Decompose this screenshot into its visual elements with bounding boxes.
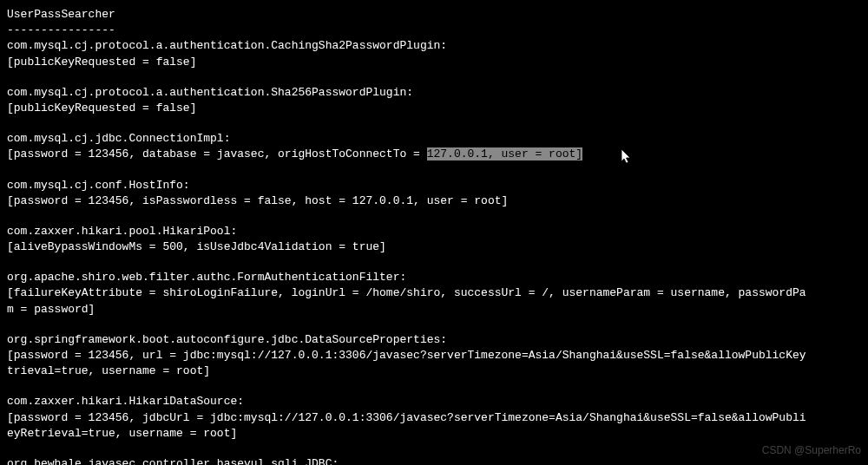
entry-block: com.mysql.cj.protocol.a.authentication.S…	[7, 85, 861, 116]
properties-cont: trieval=true, username = root]	[7, 363, 861, 379]
class-name: com.zaxxer.hikari.pool.HikariPool:	[7, 224, 861, 239]
class-name: org.apache.shiro.web.filter.authc.FormAu…	[7, 270, 861, 285]
tool-title: UserPassSearcher	[7, 7, 861, 23]
watermark: CSDN @SuperherRo	[762, 443, 861, 458]
entry-block: com.mysql.cj.protocol.a.authentication.C…	[7, 38, 861, 69]
properties: [publicKeyRequested = false]	[7, 55, 861, 70]
class-name: com.mysql.cj.conf.HostInfo:	[7, 178, 861, 193]
entry-block: com.mysql.cj.conf.HostInfo: [password = …	[7, 178, 861, 209]
properties-cont: m = password]	[7, 302, 861, 318]
class-name: org.springframework.boot.autoconfigure.j…	[7, 332, 861, 348]
properties: [publicKeyRequested = false]	[7, 101, 861, 116]
entry-block: org.bewhale.javasec.controller.basevul.s…	[7, 456, 861, 465]
class-name: org.bewhale.javasec.controller.basevul.s…	[7, 456, 861, 465]
class-name: com.zaxxer.hikari.HikariDataSource:	[7, 394, 861, 409]
props-prefix: [password = 123456, database = javasec, …	[7, 147, 427, 160]
properties: [password = 123456, url = jdbc:mysql://1…	[7, 348, 861, 363]
properties-cont: eyRetrieval=true, username = root]	[7, 426, 861, 442]
class-name: com.mysql.cj.protocol.a.authentication.C…	[7, 38, 861, 54]
selected-text[interactable]: 127.0.0.1, user = root]	[427, 147, 582, 160]
class-name: com.mysql.cj.jdbc.ConnectionImpl:	[7, 131, 861, 147]
properties: [aliveBypassWindowMs = 500, isUseJdbc4Va…	[7, 239, 861, 255]
properties: [password = 123456, jdbcUrl = jdbc:mysql…	[7, 410, 861, 426]
entry-block: com.mysql.cj.jdbc.ConnectionImpl: [passw…	[7, 131, 861, 162]
entry-block: org.apache.shiro.web.filter.authc.FormAu…	[7, 270, 861, 318]
properties: [failureKeyAttribute = shiroLoginFailure…	[7, 285, 861, 301]
divider: ----------------	[7, 23, 861, 38]
entry-block: com.zaxxer.hikari.HikariDataSource: [pas…	[7, 394, 861, 442]
properties: [password = 123456, isPasswordless = fal…	[7, 193, 861, 209]
entry-block: org.springframework.boot.autoconfigure.j…	[7, 332, 861, 380]
entry-block: com.zaxxer.hikari.pool.HikariPool: [aliv…	[7, 224, 861, 255]
properties[interactable]: [password = 123456, database = javasec, …	[7, 147, 861, 162]
class-name: com.mysql.cj.protocol.a.authentication.S…	[7, 85, 861, 101]
